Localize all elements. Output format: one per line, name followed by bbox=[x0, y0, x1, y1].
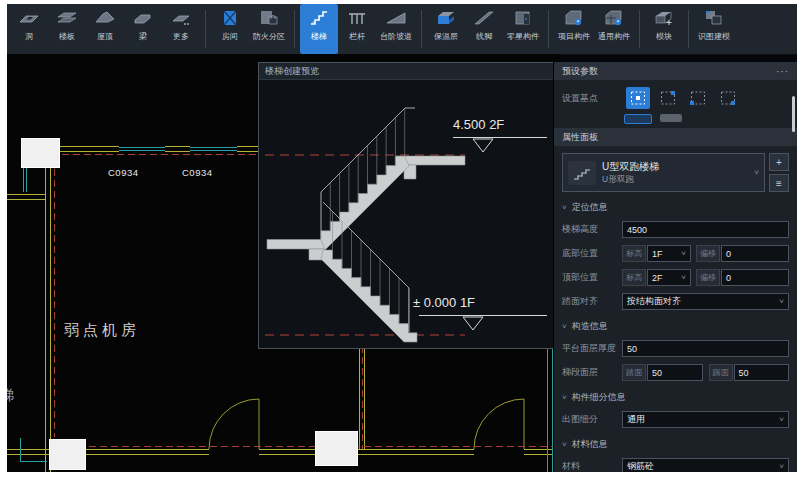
chevron-down-icon: ˅ bbox=[754, 168, 759, 177]
platform-finish-value: 50 bbox=[627, 344, 637, 354]
toolbar-button-steps-ramp[interactable]: 台阶坡道 bbox=[376, 4, 416, 54]
stair-type-text: U型双跑楼梯 U形双跑 bbox=[602, 160, 659, 186]
toolbar-button-project-components[interactable]: 项目构件 bbox=[554, 4, 594, 54]
stair-type-selector[interactable]: U型双跑楼梯 U形双跑 ˅ bbox=[562, 153, 765, 192]
toolbar-button-label: 楼梯 bbox=[311, 31, 327, 42]
top-offset-input[interactable]: 0 bbox=[721, 269, 789, 286]
toolbar-button-railing[interactable]: 栏杆 bbox=[338, 4, 376, 54]
toolbar-button-more[interactable]: 更多 bbox=[162, 4, 200, 54]
subdivision-section-title: 构件细分信息 bbox=[572, 391, 626, 404]
construction-section-title: 构造信息 bbox=[572, 320, 608, 333]
toolbar-button-stairs[interactable]: 楼梯 bbox=[300, 4, 338, 54]
chevron-down-icon: ˅ bbox=[681, 273, 686, 282]
toolbar-button-room[interactable]: 房间 bbox=[211, 4, 249, 54]
platform-finish-input[interactable]: 50 bbox=[622, 340, 789, 357]
material-section-header[interactable]: ˅ 材料信息 bbox=[554, 431, 797, 454]
toolbar-button-hole[interactable]: 洞 bbox=[10, 4, 48, 54]
drawing-subdivision-select[interactable]: 通用˅ bbox=[622, 411, 789, 428]
construction-section-header[interactable]: ˅ 构造信息 bbox=[554, 313, 797, 336]
toolbar-button-module[interactable]: 模块 bbox=[645, 4, 683, 54]
more-options-icon[interactable]: ··· bbox=[776, 66, 789, 77]
stair-height-input[interactable]: 4500 bbox=[622, 221, 789, 238]
toolbar-button-roof[interactable]: 屋顶 bbox=[86, 4, 124, 54]
toolbar-button-label: 线脚 bbox=[476, 31, 492, 42]
toolbar-separator bbox=[639, 10, 640, 48]
platform-finish-row: 平台面层厚度 50 bbox=[554, 336, 797, 360]
tread-thickness-value: 50 bbox=[652, 368, 662, 378]
clipped-option-selected[interactable] bbox=[624, 114, 652, 124]
toolbar-button-label: 通用构件 bbox=[598, 31, 630, 42]
toolbar-button-label: 更多 bbox=[173, 31, 189, 42]
drawing-subdivision-label: 出图细分 bbox=[562, 413, 622, 426]
toolbar-group-stairs: 楼梯 栏杆 台阶坡道 bbox=[297, 4, 419, 54]
tread-prefix: 踏面 bbox=[622, 364, 646, 381]
toolbar-group-finishes: 保温层 线脚 零星构件 bbox=[424, 4, 546, 54]
collapse-caret-icon: ˅ bbox=[562, 322, 567, 331]
toolbar-button-label: 梁 bbox=[139, 31, 147, 42]
bottom-position-row: 底部位置 标高 1F˅ 偏移 0 bbox=[554, 241, 797, 265]
elevation-label-1f: ± 0.000 1F bbox=[413, 295, 475, 310]
subdivision-section-header[interactable]: ˅ 构件细分信息 bbox=[554, 384, 797, 407]
base-point-bottom-left-button[interactable] bbox=[686, 87, 710, 109]
popup-title-bar[interactable]: 楼梯创建预览 bbox=[259, 63, 555, 80]
chevron-down-icon: ˅ bbox=[681, 249, 686, 258]
toolbar-button-fire-zone[interactable]: 防火分区 bbox=[249, 4, 289, 54]
collapse-caret-icon: ˅ bbox=[562, 203, 567, 212]
toolbar-button-generic-components[interactable]: 通用构件 bbox=[594, 4, 634, 54]
panel-scrollbar[interactable] bbox=[792, 96, 795, 132]
grid-top-right-icon bbox=[659, 90, 677, 106]
top-offset-value: 0 bbox=[726, 273, 731, 283]
collapse-caret-icon: ˅ bbox=[562, 440, 567, 449]
chevron-down-icon: ˅ bbox=[779, 415, 784, 424]
generic-component-icon bbox=[601, 7, 627, 29]
stair-type-buttons: + ≡ bbox=[769, 153, 789, 192]
toolbar-button-trim[interactable]: 线脚 bbox=[465, 4, 503, 54]
tread-align-label: 踏面对齐 bbox=[562, 295, 622, 308]
application-window: 洞 楼板 屋顶 梁 更多 房间 bbox=[7, 4, 797, 472]
type-list-button[interactable]: ≡ bbox=[769, 174, 789, 192]
toolbar-button-drawing-recognition[interactable]: 识图建模 bbox=[694, 4, 734, 54]
clipped-option[interactable] bbox=[660, 114, 682, 122]
toolbar-group-module: 模块 bbox=[642, 4, 686, 54]
tread-align-select[interactable]: 按结构面对齐˅ bbox=[622, 293, 789, 310]
top-level-select[interactable]: 2F˅ bbox=[647, 269, 691, 286]
base-point-bottom-right-button[interactable] bbox=[716, 87, 740, 109]
add-type-button[interactable]: + bbox=[769, 153, 789, 171]
toolbar-button-floor-slab[interactable]: 楼板 bbox=[48, 4, 86, 54]
toolbar-button-beam[interactable]: 梁 bbox=[124, 4, 162, 54]
window-tag: C0934 bbox=[108, 167, 139, 178]
base-point-top-right-button[interactable] bbox=[656, 87, 680, 109]
toolbar-button-insulation[interactable]: 保温层 bbox=[427, 4, 465, 54]
preset-params-header[interactable]: 预设参数 ··· bbox=[554, 62, 797, 80]
bottom-level-select[interactable]: 1F˅ bbox=[647, 245, 691, 262]
positioning-section-header[interactable]: ˅ 定位信息 bbox=[554, 194, 797, 217]
insulation-icon bbox=[433, 7, 459, 29]
stairs-icon bbox=[306, 7, 332, 29]
room-label: 弱点机房 bbox=[64, 321, 140, 340]
base-point-center-button[interactable] bbox=[626, 87, 650, 109]
material-select[interactable]: 钢筋砼˅ bbox=[622, 458, 789, 472]
stair-type-subtitle: U形双跑 bbox=[602, 174, 659, 186]
bottom-offset-input[interactable]: 0 bbox=[721, 245, 789, 262]
toolbar-button-label: 识图建模 bbox=[698, 31, 730, 42]
base-point-label: 设置基点 bbox=[562, 92, 622, 105]
hole-slab-icon bbox=[16, 7, 42, 29]
flight-finish-label: 梯段面层 bbox=[562, 366, 622, 379]
stair-height-row: 楼梯高度 4500 bbox=[554, 217, 797, 241]
top-position-row: 顶部位置 标高 2F˅ 偏移 0 bbox=[554, 265, 797, 289]
tread-align-value: 按结构面对齐 bbox=[627, 295, 681, 308]
toolbar-button-misc-component[interactable]: 零星构件 bbox=[503, 4, 543, 54]
properties-header[interactable]: 属性面板 bbox=[554, 128, 797, 146]
riser-thickness-input[interactable]: 50 bbox=[734, 364, 790, 381]
drawing-subdivision-row: 出图细分 通用˅ bbox=[554, 407, 797, 431]
base-point-options bbox=[626, 87, 740, 109]
toolbar-group-structure: 洞 楼板 屋顶 梁 更多 bbox=[7, 4, 203, 54]
flight-finish-row: 梯段面层 踏面 50 踢面 50 bbox=[554, 360, 797, 384]
toolbar-button-label: 栏杆 bbox=[349, 31, 365, 42]
top-position-label: 顶部位置 bbox=[562, 271, 622, 284]
drawing-recognition-icon bbox=[701, 7, 727, 29]
tread-align-row: 踏面对齐 按结构面对齐˅ bbox=[554, 289, 797, 313]
more-tools-icon bbox=[168, 7, 194, 29]
material-section-title: 材料信息 bbox=[572, 438, 608, 451]
tread-thickness-input[interactable]: 50 bbox=[647, 364, 703, 381]
